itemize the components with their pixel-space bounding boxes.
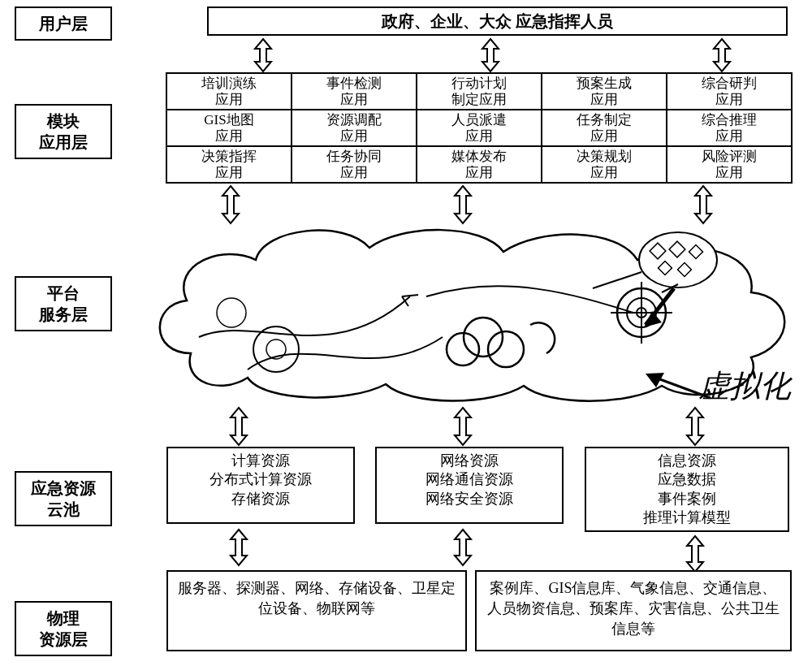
svg-point-11 xyxy=(639,232,717,288)
layer-label-physical: 物理 资源层 xyxy=(15,601,112,656)
module-cell: 任务制定 应用 xyxy=(541,109,667,147)
virtualization-label: 虚拟化 xyxy=(698,365,791,407)
resource-info: 信息资源 应急数据 事件案例 推理计算模型 xyxy=(585,447,789,532)
module-cell: 综合研判 应用 xyxy=(666,72,793,110)
resource-network: 网络资源 网络通信资源 网络安全资源 xyxy=(375,447,564,524)
arrow-icon xyxy=(479,37,502,73)
arrow-icon xyxy=(684,534,706,573)
arrow-icon xyxy=(451,528,474,567)
module-cell: 决策规划 应用 xyxy=(541,145,667,184)
layer-label-user: 用户层 xyxy=(15,6,112,41)
module-cell: 培训演练 应用 xyxy=(166,72,292,110)
layer-label-module: 模块 应用层 xyxy=(15,104,112,159)
resource-computing: 计算资源 分布式计算资源 存储资源 xyxy=(166,447,355,524)
arrow-icon xyxy=(451,406,474,447)
arrow-icon xyxy=(710,37,733,73)
user-bar: 政府、企业、大众 应急指挥人员 xyxy=(207,6,788,36)
module-cell: 风险评测 应用 xyxy=(666,145,793,184)
module-cell: 人员派遣 应用 xyxy=(416,109,542,147)
module-cell: 任务协同 应用 xyxy=(291,145,417,184)
arrow-icon xyxy=(252,37,274,73)
module-cell: 决策指挥 应用 xyxy=(166,145,292,184)
physical-hardware: 服务器、探测器、网络、存储设备、卫星定位设备、物联网等 xyxy=(166,570,467,651)
module-cell: 事件检测 应用 xyxy=(291,72,417,110)
layer-label-resource: 应急资源 云池 xyxy=(15,471,112,526)
physical-databases: 案例库、GIS信息库、气象信息、交通信息、人员物资信息、预案库、灾害信息、公共卫… xyxy=(475,570,792,651)
module-grid: 培训演练 应用 事件检测 应用 行动计划 制定应用 预案生成 应用 综合研判 应… xyxy=(166,73,792,183)
arrow-icon xyxy=(227,528,250,567)
arrow-icon xyxy=(684,406,706,447)
module-cell: 行动计划 制定应用 xyxy=(416,72,542,110)
module-cell: GIS地图 应用 xyxy=(166,109,292,147)
module-cell: 综合推理 应用 xyxy=(666,109,793,147)
arrow-icon xyxy=(227,406,250,447)
layer-label-platform: 平台 服务层 xyxy=(15,276,112,331)
module-cell: 媒体发布 应用 xyxy=(416,145,542,184)
module-cell: 资源调配 应用 xyxy=(291,109,417,147)
module-cell: 预案生成 应用 xyxy=(541,72,667,110)
